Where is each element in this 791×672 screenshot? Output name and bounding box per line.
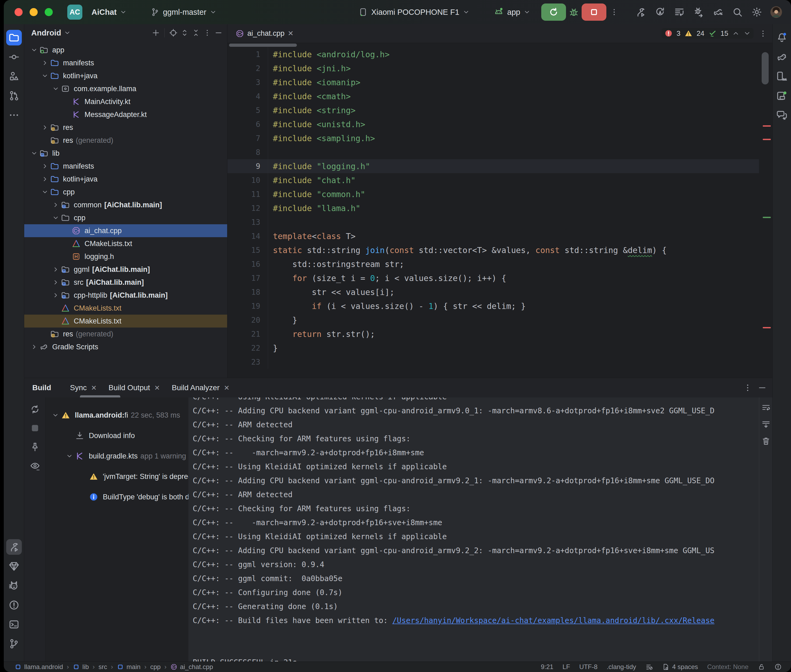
options-icon[interactable] (202, 28, 212, 38)
tree-item-cpp-httplib[interactable]: cpp-httplib[AiChat.lib.main] (24, 289, 227, 302)
tool-stripe-problems-button[interactable] (6, 597, 22, 613)
tool-stripe-app-quality-insights-button[interactable] (6, 558, 22, 574)
breadcrumb-main[interactable]: main (117, 663, 141, 670)
minimize-window-button[interactable] (30, 8, 38, 16)
breadcrumb-llama-android[interactable]: llama.android (14, 663, 63, 670)
tool-stripe-device-manager-button[interactable] (774, 69, 789, 84)
code-line-23[interactable]: 23 (228, 355, 759, 369)
tool-stripe-more-button[interactable] (6, 107, 22, 123)
tree-item-src[interactable]: src[AiChat.lib.main] (24, 276, 227, 289)
build-tree-item[interactable]: BuildType 'debug' is both de (46, 487, 188, 507)
status-lf[interactable]: LF (563, 663, 570, 670)
settings-button[interactable] (749, 4, 765, 20)
close-tab-icon[interactable]: ✕ (288, 29, 294, 38)
breadcrumb-src[interactable]: src (98, 663, 107, 670)
stop-square-icon[interactable] (30, 423, 40, 434)
tree-item-lib[interactable]: lib (24, 147, 227, 160)
attach-debugger-button[interactable] (691, 4, 706, 20)
chevron-right-icon[interactable] (29, 343, 39, 350)
tool-stripe-version-control-button[interactable] (6, 636, 22, 651)
chevron-down-icon[interactable] (40, 72, 50, 79)
status-9-21[interactable]: 9:21 (541, 663, 554, 670)
code-line-6[interactable]: 6#include <unistd.h> (228, 117, 759, 131)
code-line-1[interactable]: 1#include <android/log.h> (228, 47, 759, 61)
scrollbar-thumb[interactable] (762, 52, 769, 85)
chevron-right-icon[interactable] (51, 292, 61, 299)
build-tree-item[interactable]: llama.android: fi22 sec, 583 ms (46, 405, 188, 426)
build-tree-item[interactable]: 'jvmTarget: String' is deprec (46, 466, 188, 487)
tree-item-cpp[interactable]: cpp (24, 211, 227, 224)
avatar-button[interactable] (769, 4, 784, 20)
hide-panel-icon[interactable] (757, 383, 767, 393)
tree-item-ggml[interactable]: ggml[AiChat.lib.main] (24, 263, 227, 276)
build-variants-button[interactable] (672, 4, 687, 20)
code-line-17[interactable]: 17 for (size_t i = 0; i < values.size();… (228, 271, 759, 285)
code-line-22[interactable]: 22} (228, 341, 759, 355)
code-line-19[interactable]: 19 if (i < values.size() - 1) { str << d… (228, 299, 759, 313)
status-utf-8[interactable]: UTF-8 (579, 663, 597, 670)
tool-stripe-commit-button[interactable] (6, 49, 22, 65)
chevron-down-icon[interactable] (29, 46, 39, 53)
tree-item-manifests[interactable]: manifests (24, 56, 227, 69)
chevron-down-icon[interactable] (51, 85, 61, 92)
code-line-2[interactable]: 2#include <jni.h> (228, 61, 759, 75)
code-line-14[interactable]: 14template<class T> (228, 229, 759, 243)
preview-icon[interactable] (30, 460, 40, 471)
chevron-right-icon[interactable] (40, 163, 50, 170)
chevron-right-icon[interactable] (51, 202, 61, 208)
tree-item-app[interactable]: app (24, 43, 227, 56)
tree-item-res[interactable]: res(generated) (24, 134, 227, 147)
tool-stripe-running-devices-button[interactable] (774, 88, 789, 104)
tree-item-cmakelists-txt[interactable]: CMakeLists.txt (24, 237, 227, 250)
inspections-widget[interactable]: 3 24 15 (661, 28, 754, 39)
soft-wrap-icon[interactable] (761, 403, 771, 413)
tree-item-com-example-llama[interactable]: com.example.llama (24, 82, 227, 95)
hide-icon[interactable] (214, 28, 223, 38)
chevron-right-icon[interactable] (51, 266, 61, 273)
project-selector[interactable]: AiChat (88, 5, 130, 19)
sync-icon[interactable] (30, 404, 40, 414)
tree-item-kotlin-java[interactable]: kotlin+java (24, 173, 227, 186)
tool-stripe-pull-requests-button[interactable] (6, 88, 22, 104)
close-window-button[interactable] (14, 8, 22, 16)
build-tab-sync[interactable]: Sync✕ (64, 378, 103, 397)
editor-tab-ai-chat-cpp[interactable]: ai_chat.cpp ✕ (231, 24, 298, 43)
tree-item-messageadapter-kt[interactable]: MessageAdapter.kt (24, 108, 227, 121)
code-line-11[interactable]: 11#include "common.h" (228, 187, 759, 201)
run-options-kebab-button[interactable] (606, 4, 622, 20)
chevron-down-icon[interactable] (51, 214, 61, 221)
tree-item-cpp[interactable]: cpp (24, 186, 227, 198)
build-console[interactable]: C/C++: -- Using KleidiAI optimized kerne… (188, 397, 759, 661)
debug-button[interactable] (566, 4, 582, 20)
tool-stripe-structure-button[interactable] (6, 69, 22, 84)
build-tab-build-analyzer[interactable]: Build Analyzer✕ (166, 378, 235, 397)
breadcrumb-ai-chat-cpp[interactable]: ai_chat.cpp (170, 663, 213, 670)
build-options-kebab-icon[interactable] (743, 383, 752, 393)
breadcrumb-cpp[interactable]: cpp (150, 663, 160, 670)
status-error-outline[interactable] (774, 663, 782, 670)
device-selector[interactable]: Xiaomi POCOPHONE F1 (355, 5, 473, 20)
error-stripe-mark[interactable] (763, 125, 771, 126)
chevron-right-icon[interactable] (40, 59, 50, 66)
tree-item-common[interactable]: common[AiChat.lib.main] (24, 198, 227, 211)
pin-icon[interactable] (30, 442, 40, 452)
maximize-window-button[interactable] (45, 8, 53, 16)
scroll-end-icon[interactable] (761, 419, 771, 429)
code-line-3[interactable]: 3#include <iomanip> (228, 75, 759, 89)
tree-item-gradle-scripts[interactable]: Gradle Scripts (24, 341, 227, 354)
build-hammer-button[interactable] (633, 4, 648, 20)
code-line-7[interactable]: 7#include <sampling.h> (228, 131, 759, 145)
chevron-down-icon[interactable] (29, 150, 39, 157)
run-configuration-selector[interactable]: app (489, 4, 534, 20)
tool-stripe-gemini-chat-button[interactable] (774, 107, 789, 123)
project-view-selector[interactable]: Android (31, 29, 71, 37)
close-tab-icon[interactable]: ✕ (91, 384, 96, 392)
code-editor[interactable]: 1#include <android/log.h>2#include <jni.… (228, 43, 759, 378)
chevron-down-icon[interactable] (50, 412, 61, 419)
chevron-down-icon[interactable] (40, 189, 50, 195)
clear-icon[interactable] (761, 436, 771, 446)
sync-changes-button[interactable] (652, 4, 668, 20)
status-lock-open[interactable] (757, 663, 765, 670)
search-button[interactable] (730, 4, 745, 20)
error-stripe-scrollbar[interactable] (759, 43, 772, 378)
